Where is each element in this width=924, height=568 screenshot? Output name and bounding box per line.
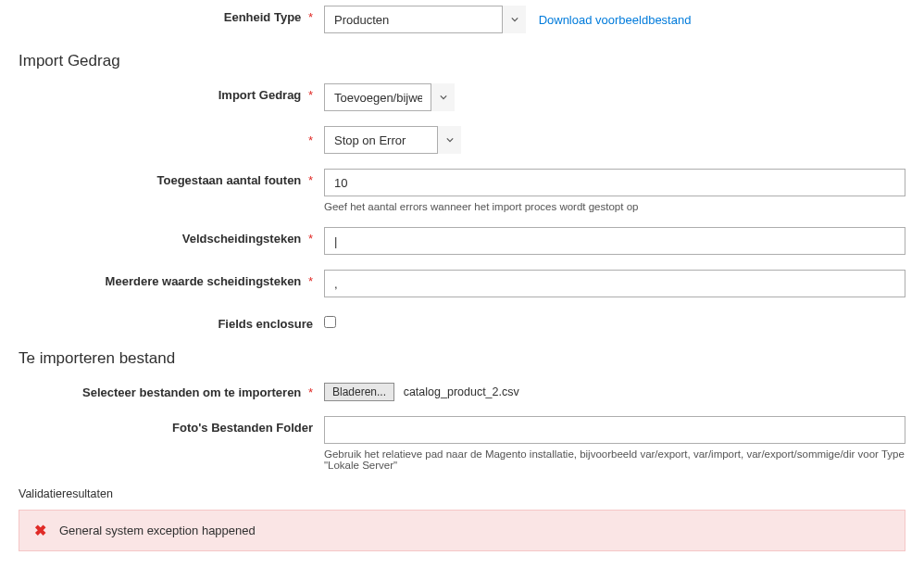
allowed-errors-label: Toegestaan aantal fouten	[157, 173, 302, 187]
download-sample-link[interactable]: Download voorbeeldbestand	[539, 13, 692, 27]
images-folder-help: Gebruik het relatieve pad naar de Magent…	[324, 448, 905, 471]
error-text: General system exception happened	[59, 524, 256, 537]
required-asterisk: *	[308, 173, 313, 187]
import-behavior-label: Import Gedrag	[219, 88, 302, 102]
field-separator-input[interactable]	[324, 227, 905, 255]
fields-enclosure-checkbox[interactable]	[324, 316, 336, 328]
browse-button[interactable]: Bladeren...	[324, 383, 394, 401]
images-folder-label: Foto's Bestanden Folder	[172, 421, 313, 435]
import-behavior-heading: Import Gedrag	[19, 52, 905, 70]
allowed-errors-input[interactable]	[324, 169, 905, 196]
file-section-heading: Te importeren bestand	[19, 349, 905, 368]
fields-enclosure-label: Fields enclosure	[218, 317, 313, 331]
selected-file-name: catalog_product_2.csv	[404, 385, 519, 398]
entity-type-label: Eenheid Type	[224, 10, 302, 24]
multi-separator-label: Meerdere waarde scheidingsteken	[106, 274, 302, 288]
allowed-errors-help: Geef het aantal errors wanneer het impor…	[324, 201, 905, 212]
images-folder-input[interactable]	[324, 416, 905, 444]
multi-separator-input[interactable]	[324, 270, 905, 297]
validation-error-message: ✖ General system exception happened	[19, 510, 905, 551]
required-asterisk: *	[308, 10, 313, 24]
validation-results-title: Validatieresultaten	[19, 487, 924, 500]
select-file-label: Selecteer bestanden om te importeren	[82, 385, 301, 399]
required-asterisk: *	[19, 126, 324, 147]
import-behavior-select[interactable]: Toevoegen/bijwerken	[324, 83, 455, 111]
required-asterisk: *	[308, 274, 313, 288]
required-asterisk: *	[308, 232, 313, 246]
error-icon: ✖	[34, 522, 46, 539]
required-asterisk: *	[308, 88, 313, 102]
validation-strategy-select[interactable]: Stop on Error	[324, 126, 461, 154]
required-asterisk: *	[308, 385, 313, 399]
field-separator-label: Veldscheidingsteken	[182, 232, 302, 246]
entity-type-select[interactable]: Producten	[324, 6, 526, 33]
